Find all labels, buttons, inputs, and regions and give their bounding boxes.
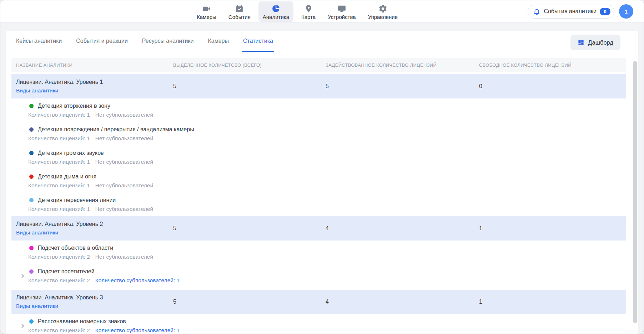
- nav-item-events[interactable]: События: [224, 1, 255, 22]
- free-value: 1: [479, 225, 482, 232]
- analytics-item-name: Детекция вторжения в зону: [38, 102, 110, 110]
- analytics-types-link[interactable]: Виды аналитики: [16, 302, 58, 310]
- monitor-icon: [337, 4, 346, 13]
- dashboard-grid-icon: [578, 39, 584, 46]
- analytics-color-dot: [29, 246, 34, 250]
- subusers-text: Нет субпользователей: [95, 206, 153, 213]
- license-count-text: Количество лицензий: 2: [28, 253, 90, 260]
- col-header-used: ЗАДЕЙСТВОВАННОЕ КОЛИЧЕСТВО ЛИЦЕНЗИЙ: [326, 62, 437, 68]
- license-count-text: Количество лицензий: 1: [28, 182, 90, 189]
- nav-item-map[interactable]: Карта: [297, 1, 320, 22]
- license-count-text: Количество лицензий: 1: [28, 135, 90, 142]
- col-header-free: СВОБОДНОЕ КОЛИЧЕСТВО ЛИЦЕНЗИЙ: [479, 62, 572, 68]
- allocated-value: 5: [173, 299, 176, 305]
- tab-events-reactions[interactable]: События и реакции: [76, 33, 128, 52]
- subusers-count-link[interactable]: Количество субпользователей: 1: [95, 277, 180, 284]
- group-name-cell: Лицензии. Аналитика. Уровень 1 Виды анал…: [16, 78, 103, 95]
- analytics-item-row: Детекция пересечения линии Количество ли…: [11, 193, 626, 216]
- bell-icon: [533, 8, 540, 15]
- table-header-row: НАЗВАНИЕ АНАЛИТИКИ ВЫДЕЛЕННОЕ КОЛИЧЕТСВО…: [11, 58, 626, 72]
- avatar[interactable]: 1: [619, 4, 633, 19]
- analytics-item-row: Подсчет объектов в области Количество ли…: [11, 241, 626, 264]
- license-count-text: Количество лицензий: 1: [28, 206, 90, 213]
- analytics-color-dot: [29, 174, 34, 179]
- allocated-value: 5: [173, 225, 176, 232]
- analytics-events-label: События аналитики: [544, 8, 597, 15]
- allocated-value: 5: [173, 83, 176, 90]
- analytics-item-name: Детекция повреждения / перекрытия / ванд…: [38, 126, 194, 133]
- analytics-item-row: Детекция дыма и огня Количество лицензий…: [11, 169, 626, 193]
- nav-label-events: События: [228, 14, 251, 20]
- event-icon: [235, 4, 244, 13]
- used-value: 4: [326, 225, 329, 232]
- analytics-color-dot: [29, 269, 34, 274]
- subusers-text: Нет субпользователей: [95, 182, 153, 189]
- group-title: Лицензии. Аналитика. Уровень 2: [16, 220, 103, 228]
- subusers-text: Нет субпользователей: [95, 253, 153, 260]
- dashboard-button[interactable]: Дашборд: [570, 35, 620, 50]
- nav-item-management[interactable]: Управление: [364, 1, 402, 22]
- scrollbar-thumb[interactable]: [633, 61, 637, 323]
- analytics-item-row: Детекция вторжения в зону Количество лиц…: [11, 98, 626, 122]
- license-group-row-level-1[interactable]: Лицензии. Аналитика. Уровень 1 Виды анал…: [11, 74, 626, 98]
- tab-cameras[interactable]: Камеры: [208, 33, 229, 52]
- nav-label-map: Карта: [301, 14, 316, 20]
- used-value: 4: [326, 299, 329, 305]
- pie-chart-icon: [271, 4, 281, 13]
- license-count-text: Количество лицензий: 1: [28, 158, 90, 166]
- license-count-text: Количество лицензий: 1: [28, 111, 90, 118]
- subusers-count-link[interactable]: Количество субпользователей: 1: [95, 327, 180, 334]
- chevron-right-icon[interactable]: [18, 321, 27, 330]
- tabs: Кейсы аналитики События и реакции Ресурс…: [16, 33, 273, 52]
- nav-item-analytics[interactable]: Аналитика: [258, 1, 293, 22]
- col-header-analytics-name: НАЗВАНИЕ АНАЛИТИКИ: [16, 62, 72, 68]
- map-pin-icon: [304, 4, 313, 13]
- license-count-text: Количество лицензий: 2: [28, 327, 90, 334]
- analytics-item-name: Подсчет посетителей: [38, 268, 95, 275]
- analytics-item-row-expandable: Подсчет посетителей Количество лицензий:…: [11, 264, 626, 290]
- statistics-table: НАЗВАНИЕ АНАЛИТИКИ ВЫДЕЛЕННОЕ КОЛИЧЕТСВО…: [11, 58, 626, 334]
- analytics-color-dot: [29, 319, 34, 324]
- gear-icon: [378, 4, 387, 13]
- analytics-color-dot: [29, 104, 34, 108]
- subusers-text: Нет субпользователей: [95, 158, 153, 166]
- nav-item-devices[interactable]: Устройства: [323, 1, 360, 22]
- group-title: Лицензии. Аналитика. Уровень 1: [16, 78, 103, 86]
- analytics-types-link[interactable]: Виды аналитики: [16, 86, 58, 95]
- free-value: 0: [479, 83, 482, 90]
- analytics-item-name: Детекция громких звуков: [38, 150, 104, 157]
- license-group-row-level-3[interactable]: Лицензии. Аналитика. Уровень 3 Виды анал…: [11, 290, 626, 314]
- nav-item-cameras[interactable]: Камеры: [192, 1, 221, 22]
- license-count-text: Количество лицензий: 2: [28, 277, 90, 284]
- analytics-events-button[interactable]: События аналитики 0: [528, 5, 614, 19]
- analytics-color-dot: [29, 127, 34, 132]
- nav-label-analytics: Аналитика: [263, 14, 289, 20]
- tab-analytics-resources[interactable]: Ресурсы аналитики: [142, 33, 194, 52]
- nav-label-management: Управление: [368, 14, 398, 20]
- vertical-scrollbar[interactable]: [633, 31, 637, 334]
- free-value: 1: [479, 299, 482, 305]
- nav-label-cameras: Камеры: [197, 14, 216, 20]
- dashboard-label: Дашборд: [588, 39, 613, 46]
- used-value: 5: [326, 83, 329, 90]
- tab-statistics[interactable]: Статистика: [243, 33, 273, 52]
- subusers-text: Нет субпользователей: [95, 111, 153, 118]
- group-title: Лицензии. Аналитика. Уровень 3: [16, 293, 103, 302]
- license-group-row-level-2[interactable]: Лицензии. Аналитика. Уровень 2 Виды анал…: [11, 216, 626, 241]
- group-name-cell: Лицензии. Аналитика. Уровень 2 Виды анал…: [16, 220, 103, 237]
- analytics-item-name: Распознавание номерных знаков: [38, 318, 126, 325]
- chevron-right-icon[interactable]: [18, 271, 27, 280]
- analytics-item-row: Детекция повреждения / перекрытия / ванд…: [11, 122, 626, 146]
- topbar: Камеры События: [0, 0, 644, 22]
- analytics-item-row-expandable: Распознавание номерных знаков Количество…: [11, 314, 626, 334]
- analytics-card: Кейсы аналитики События и реакции Ресурс…: [6, 31, 638, 334]
- app-window: Камеры События: [0, 0, 644, 334]
- analytics-item-name: Детекция дыма и огня: [38, 173, 96, 180]
- topbar-right: События аналитики 0 1: [528, 4, 633, 19]
- tab-analytics-cases[interactable]: Кейсы аналитики: [16, 33, 62, 52]
- analytics-types-link[interactable]: Виды аналитики: [16, 228, 58, 237]
- col-header-allocated: ВЫДЕЛЕННОЕ КОЛИЧЕТСВО (ВСЕГО): [173, 62, 262, 68]
- events-count-badge: 0: [600, 8, 610, 15]
- analytics-color-dot: [29, 151, 34, 155]
- analytics-item-name: Подсчет объектов в области: [38, 244, 113, 252]
